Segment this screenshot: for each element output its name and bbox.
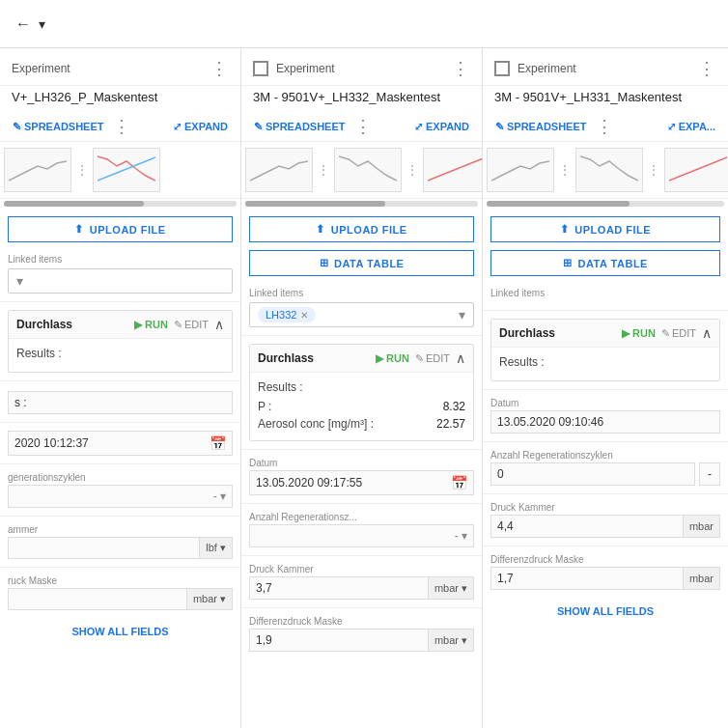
unit-badge-druck-1: mbar ▾ <box>186 589 232 609</box>
chart-thumb-3-2[interactable] <box>575 148 643 192</box>
show-all-button-1[interactable]: SHOW ALL FIELDS <box>0 618 240 645</box>
chart-svg-1-2 <box>98 152 155 188</box>
field-druck-maske-value-1[interactable]: mbar ▾ <box>8 588 233 610</box>
unit-badge-kammer-3: mbar <box>683 516 719 537</box>
chart-thumb-2-1[interactable] <box>245 148 313 192</box>
run-button-1[interactable]: ▶ RUN <box>134 319 168 331</box>
collapse-icon-2[interactable]: ∧ <box>456 350 465 366</box>
chart-dots-2-1[interactable]: ⋮ <box>315 162 332 178</box>
durchlass-header-3: Durchlass ▶ RUN ✎ EDIT ∧ <box>491 320 719 348</box>
expand-button-2[interactable]: ⤢ EXPAND <box>409 118 474 136</box>
run-icon-2: ▶ <box>376 352 383 365</box>
edit-icon-1: ✎ <box>174 319 182 331</box>
toolbar-menu-icon-3[interactable]: ⋮ <box>596 116 614 137</box>
field-kammer-value-3[interactable]: 4,4 mbar <box>490 515 720 538</box>
chevron-down-icon[interactable]: ▾ <box>39 16 45 32</box>
calendar-icon-1: 📅 <box>210 435 226 451</box>
spreadsheet-button-2[interactable]: ✎ SPREADSHEET <box>249 118 350 136</box>
spreadsheet-icon-2: ✎ <box>254 121 263 133</box>
tag-remove-icon-2[interactable]: ✕ <box>300 310 308 321</box>
chart-dots-1-1[interactable]: ⋮ <box>73 162 91 178</box>
regen-row-2[interactable]: - ▾ <box>249 524 474 547</box>
linked-items-field-2[interactable]: LH332 ✕ ▾ <box>249 302 474 327</box>
field-druck-maske-value-3[interactable]: 1,7 mbar <box>490 567 720 590</box>
field-datum-value-3[interactable]: 13.05.2020 09:10:46 <box>490 410 720 434</box>
durchlass-section-2: Durchlass ▶ RUN ✎ EDIT ∧ Results : P : 8… <box>249 344 474 441</box>
chart-svg-2-3 <box>428 152 482 188</box>
spreadsheet-button-3[interactable]: ✎ SPREADSHEET <box>490 118 592 136</box>
chart-dots-3-1[interactable]: ⋮ <box>556 162 574 178</box>
expand-icon-2: ⤢ <box>414 121 423 133</box>
expand-icon-3: ⤢ <box>667 121 676 133</box>
scrollbar-3[interactable] <box>487 201 724 207</box>
durchlass-header-2: Durchlass ▶ RUN ✎ EDIT ∧ <box>250 345 473 373</box>
collapse-icon-1[interactable]: ∧ <box>214 317 224 332</box>
durchlass-title-2: Durchlass <box>258 351 370 365</box>
collapse-icon-3[interactable]: ∧ <box>702 325 712 341</box>
edit-button-2[interactable]: ✎ EDIT <box>415 352 450 365</box>
toolbar-3: ✎ SPREADSHEET ⋮ ⤢ EXPA... <box>483 112 728 142</box>
data-table-button-3[interactable]: ⊞ DATA TABLE <box>490 250 720 276</box>
back-arrow-icon[interactable]: ← <box>15 15 31 33</box>
field-s-label-1: s : <box>0 380 240 422</box>
checkbox-icon-3[interactable] <box>494 61 510 76</box>
edit-button-3[interactable]: ✎ EDIT <box>661 327 696 340</box>
linked-items-field-1[interactable]: ▾ <box>8 268 233 294</box>
edit-button-1[interactable]: ✎ EDIT <box>174 319 209 331</box>
expand-button-3[interactable]: ⤢ EXPA... <box>662 118 720 136</box>
upload-file-button-1[interactable]: ⬆ UPLOAD FILE <box>8 216 233 242</box>
datatable-icon-2: ⊞ <box>320 257 329 269</box>
chart-thumb-2-3[interactable] <box>423 148 482 192</box>
column-menu-icon-1[interactable]: ⋮ <box>210 58 229 79</box>
chart-thumb-1-2[interactable] <box>93 148 160 192</box>
scrollbar-thumb-3 <box>487 201 630 207</box>
linked-items-section-1: Linked items ▾ <box>0 250 240 302</box>
field-regen-3: Anzahl Regenerationszyklen 0 - <box>483 441 728 493</box>
top-bar: ← ▾ <box>0 0 728 48</box>
field-kammer-1: ammer lbf ▾ <box>0 516 240 567</box>
experiment-name-1: V+_LH326_P_Maskentest <box>0 86 240 112</box>
chart-svg-3-2 <box>580 152 638 188</box>
run-button-3[interactable]: ▶ RUN <box>622 327 656 340</box>
experiment-column-1: Experiment ⋮ V+_LH326_P_Maskentest ✎ SPR… <box>0 48 241 728</box>
upload-file-button-3[interactable]: ⬆ UPLOAD FILE <box>490 216 720 242</box>
experiment-name-3: 3M - 9501V+_LH331_Maskentest <box>483 86 728 112</box>
toolbar-menu-icon-2[interactable]: ⋮ <box>354 116 373 137</box>
chart-thumb-3-1[interactable] <box>487 148 554 192</box>
regen-row-1[interactable]: - ▾ <box>8 485 233 508</box>
linked-items-dropdown-icon-2: ▾ <box>459 307 465 322</box>
run-icon-1: ▶ <box>134 319 142 331</box>
linked-items-label-3: Linked items <box>490 288 720 298</box>
run-button-2[interactable]: ▶ RUN <box>376 352 409 365</box>
charts-row-2: ⋮ ⋮ <box>241 142 482 199</box>
field-datum-1: 2020 10:12:37 📅 <box>0 422 240 463</box>
chart-dots-2-2[interactable]: ⋮ <box>404 162 421 178</box>
field-regen-2: Anzahl Regenerationsz... - ▾ <box>241 503 482 555</box>
spreadsheet-button-1[interactable]: ✎ SPREADSHEET <box>8 118 109 136</box>
column-menu-icon-3[interactable]: ⋮ <box>698 58 716 79</box>
chart-dots-3-2[interactable]: ⋮ <box>645 162 662 178</box>
data-table-button-2[interactable]: ⊞ DATA TABLE <box>249 250 474 276</box>
chart-thumb-1-1[interactable] <box>4 148 71 192</box>
chart-svg-2-2 <box>339 152 397 188</box>
scrollbar-1[interactable] <box>4 201 237 207</box>
chart-thumb-2-2[interactable] <box>334 148 402 192</box>
field-druck-maske-value-2[interactable]: 1,9 mbar ▾ <box>249 629 474 652</box>
field-datum-value-2[interactable]: 13.05.2020 09:17:55 📅 <box>249 470 474 495</box>
regen-dash-3: - <box>699 462 720 486</box>
experiment-name-2: 3M - 9501V+_LH332_Maskentest <box>241 86 482 112</box>
show-all-button-3[interactable]: SHOW ALL FIELDS <box>483 598 728 625</box>
linked-items-section-3: Linked items <box>483 284 728 311</box>
field-datum-value-1[interactable]: 2020 10:12:37 📅 <box>8 431 233 456</box>
toolbar-menu-icon-1[interactable]: ⋮ <box>113 116 131 137</box>
field-kammer-value-1[interactable]: lbf ▾ <box>8 537 233 559</box>
field-kammer-value-2[interactable]: 3,7 mbar ▾ <box>249 576 474 600</box>
results-title-2: Results : <box>258 380 465 394</box>
chart-thumb-3-3[interactable] <box>664 148 728 192</box>
linked-items-label-1: Linked items <box>8 254 233 265</box>
expand-button-1[interactable]: ⤢ EXPAND <box>168 118 233 136</box>
scrollbar-2[interactable] <box>245 201 478 207</box>
column-menu-icon-2[interactable]: ⋮ <box>452 58 470 79</box>
checkbox-icon-2[interactable] <box>253 61 268 76</box>
upload-file-button-2[interactable]: ⬆ UPLOAD FILE <box>249 216 474 242</box>
